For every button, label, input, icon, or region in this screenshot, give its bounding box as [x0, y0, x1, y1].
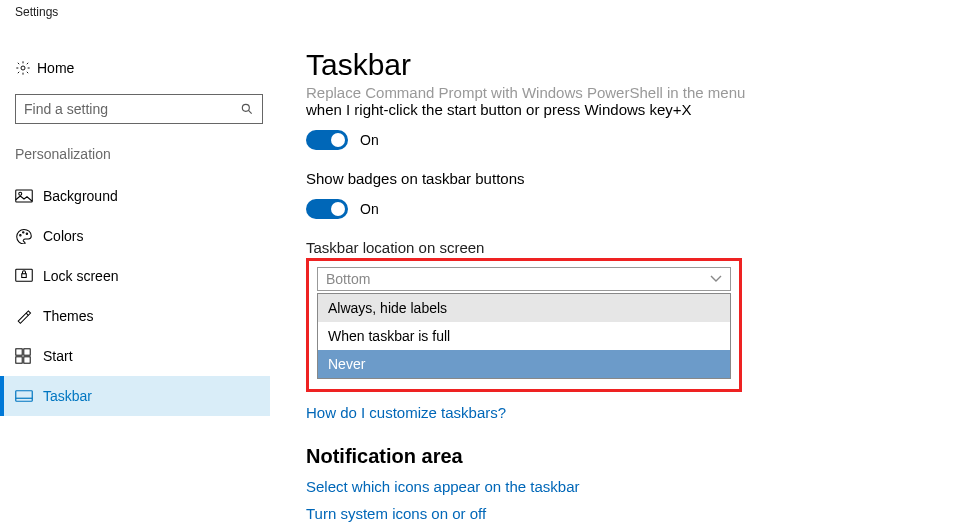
combo-value: Bottom: [326, 271, 370, 287]
svg-point-5: [20, 235, 21, 236]
picture-icon: [15, 189, 43, 203]
sidebar-item-themes[interactable]: Themes: [15, 296, 270, 336]
sidebar-item-background[interactable]: Background: [15, 176, 270, 216]
sidebar-item-lock-screen[interactable]: Lock screen: [15, 256, 270, 296]
dropdown-option[interactable]: Always, hide labels: [318, 294, 730, 322]
sidebar-section-heading: Personalization: [15, 146, 270, 162]
combo-taskbar-location[interactable]: Bottom: [317, 267, 731, 291]
combo-combine-buttons-dropdown: Always, hide labels When taskbar is full…: [317, 293, 731, 379]
svg-point-7: [26, 233, 27, 234]
dropdown-option[interactable]: Never: [318, 350, 730, 378]
sidebar-item-label: Background: [43, 188, 118, 204]
svg-point-1: [242, 104, 249, 111]
svg-rect-9: [22, 274, 27, 278]
setting-desc-line1: Replace Command Prompt with Windows Powe…: [306, 84, 926, 101]
sidebar-item-label: Start: [43, 348, 73, 364]
sidebar-home[interactable]: Home: [15, 52, 270, 84]
sidebar-item-colors[interactable]: Colors: [15, 216, 270, 256]
svg-point-4: [19, 192, 22, 195]
toggle-replace-cmd[interactable]: [306, 130, 348, 150]
palette-icon: [15, 228, 43, 244]
annotation-highlight-box: Bottom Always, hide labels When taskbar …: [306, 258, 742, 392]
setting-desc-line2: when I right-click the start button or p…: [306, 101, 926, 118]
search-placeholder: Find a setting: [24, 101, 240, 117]
setting-label-location: Taskbar location on screen: [306, 239, 926, 256]
taskbar-icon: [15, 389, 43, 403]
svg-line-2: [248, 110, 251, 113]
svg-point-6: [23, 232, 24, 233]
search-input[interactable]: Find a setting: [15, 94, 263, 124]
main-content: Taskbar Replace Command Prompt with Wind…: [306, 48, 926, 528]
chevron-down-icon: [710, 275, 722, 283]
dropdown-option[interactable]: When taskbar is full: [318, 322, 730, 350]
section-heading-notification-area: Notification area: [306, 445, 926, 468]
svg-rect-13: [24, 357, 30, 363]
setting-label-badges: Show badges on taskbar buttons: [306, 170, 926, 187]
themes-icon: [15, 308, 43, 324]
gear-icon: [15, 60, 37, 76]
sidebar-item-label: Taskbar: [43, 388, 92, 404]
sidebar-home-label: Home: [37, 60, 74, 76]
link-how-customize[interactable]: How do I customize taskbars?: [306, 404, 926, 421]
page-title: Taskbar: [306, 48, 926, 82]
window-title: Settings: [15, 5, 58, 19]
sidebar: Home Find a setting Personalization Back…: [15, 52, 270, 416]
svg-rect-12: [16, 357, 22, 363]
sidebar-item-label: Lock screen: [43, 268, 118, 284]
search-icon: [240, 102, 254, 116]
toggle-state-label: On: [360, 132, 379, 148]
link-select-icons[interactable]: Select which icons appear on the taskbar: [306, 478, 926, 495]
sidebar-item-taskbar[interactable]: Taskbar: [0, 376, 270, 416]
svg-rect-3: [16, 190, 33, 202]
toggle-state-label: On: [360, 201, 379, 217]
lock-screen-icon: [15, 268, 43, 284]
svg-point-0: [21, 66, 25, 70]
svg-rect-10: [16, 349, 22, 355]
svg-rect-11: [24, 349, 30, 355]
link-system-icons[interactable]: Turn system icons on or off: [306, 505, 926, 522]
sidebar-item-label: Colors: [43, 228, 83, 244]
start-icon: [15, 348, 43, 364]
sidebar-item-start[interactable]: Start: [15, 336, 270, 376]
sidebar-item-label: Themes: [43, 308, 94, 324]
toggle-badges[interactable]: [306, 199, 348, 219]
svg-rect-14: [16, 391, 33, 402]
